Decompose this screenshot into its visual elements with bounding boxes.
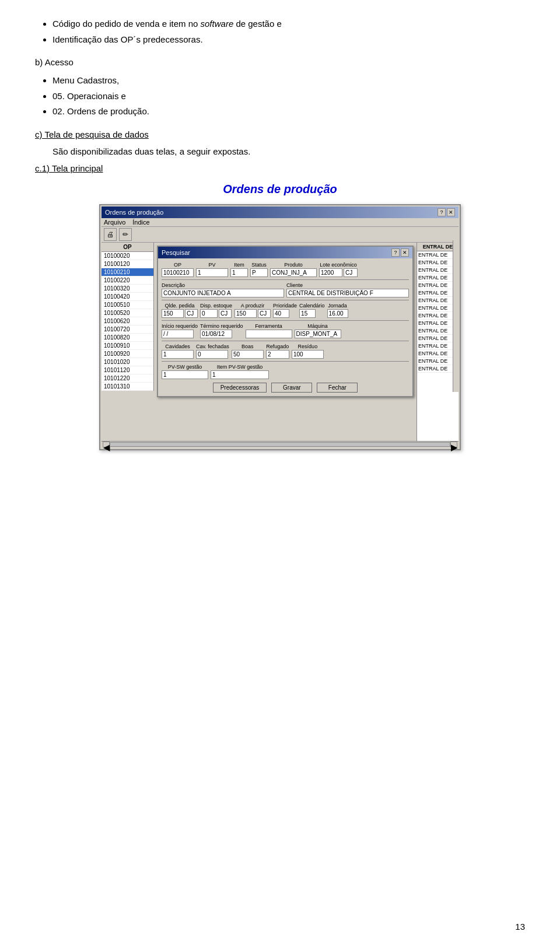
input-prod-qty[interactable] (235, 309, 257, 318)
menu-indice[interactable]: Índice (132, 219, 149, 226)
field-prioridade: Prioridade (273, 303, 297, 318)
field-qlde-pedida: Qlde. pedida (162, 303, 198, 318)
field-boas: Boas (232, 344, 264, 359)
list-item-15[interactable]: 10101220 (102, 374, 153, 383)
input-maquina[interactable] (295, 330, 341, 338)
field-produto: Produto (270, 262, 317, 277)
input-refugado[interactable] (266, 350, 289, 359)
input-calendario[interactable] (299, 309, 316, 318)
field-jornada: Jornada (327, 303, 348, 318)
pesquisar-dialog: Pesquisar ? ✕ (157, 246, 414, 397)
input-lote-qty[interactable] (319, 268, 342, 277)
list-item-14[interactable]: 10101120 (102, 366, 153, 374)
input-pv[interactable] (196, 268, 228, 277)
dialog-controls: ? ✕ (391, 248, 409, 257)
close-btn[interactable]: ✕ (447, 208, 455, 216)
field-cav-fechadas: Cav. fechadas (196, 344, 229, 359)
list-item-16[interactable]: 10101310 (102, 383, 153, 391)
qty-row: Qlde. pedida Disp. estoque (162, 303, 409, 318)
list-item-5[interactable]: 10100420 (102, 293, 153, 301)
input-cav-fechadas[interactable] (196, 350, 228, 359)
win-body: OP 10100020 10100120 10100210 10100220 1… (102, 243, 459, 441)
input-produto[interactable] (270, 268, 317, 277)
input-ferramenta[interactable] (246, 330, 292, 338)
dialog-close-btn[interactable]: ✕ (401, 248, 409, 257)
list-item-9[interactable]: 10100720 (102, 325, 153, 334)
field-item-pv-sw: Item PV-SW gestão (211, 364, 269, 379)
section-b-item-3: 02. Ordens de produção. (52, 105, 525, 118)
section-b-item-1: Menu Cadastros, (52, 74, 525, 87)
toolbar-edit-btn[interactable]: ✏ (119, 228, 132, 241)
predecessoras-button[interactable]: Predecessoras (213, 383, 267, 393)
section-c-sub-label: c.1) Tela principal (35, 163, 525, 173)
h-scrollbar[interactable]: ◀ ▶ (102, 441, 459, 448)
field-pv-sw: PV-SW gestão (162, 364, 208, 379)
page-number: 13 (515, 922, 525, 932)
dialog-titlebar: Pesquisar ? ✕ (158, 247, 412, 258)
input-status[interactable] (250, 268, 268, 277)
left-panel-container: OP 10100020 10100120 10100210 10100220 1… (102, 243, 154, 441)
left-panel: OP 10100020 10100120 10100210 10100220 1… (102, 243, 154, 391)
input-qlde-unit[interactable] (185, 309, 198, 318)
dialog-overlay: Pesquisar ? ✕ (154, 243, 416, 441)
input-disp-unit[interactable] (219, 309, 232, 318)
right-scrollbar[interactable] (453, 243, 459, 392)
section-c-description: São disponibilizadas duas telas, a segui… (52, 146, 525, 156)
menu-arquivo[interactable]: Arquivo (104, 219, 125, 226)
sw-row: PV-SW gestão Item PV-SW gestão (162, 364, 409, 379)
dialog-question-btn[interactable]: ? (391, 248, 400, 257)
list-item-3[interactable]: 10100220 (102, 276, 153, 285)
field-a-produzir: A produzir (235, 303, 271, 318)
input-termino[interactable] (200, 330, 232, 338)
list-item-8[interactable]: 10100620 (102, 317, 153, 325)
field-descricao: Descrição (162, 282, 284, 297)
field-cliente: Cliente (286, 282, 409, 297)
input-disp-qty[interactable] (200, 309, 218, 318)
input-item[interactable] (230, 268, 248, 277)
list-item-0[interactable]: 10100020 (102, 252, 153, 260)
input-item-pv-sw[interactable] (211, 370, 269, 379)
field-pv: PV (196, 262, 228, 277)
field-op: OP (162, 262, 194, 277)
fechar-button[interactable]: Fechar (317, 383, 358, 393)
field-status: Status (250, 262, 268, 277)
input-jornada[interactable] (327, 309, 348, 318)
input-prod-unit[interactable] (258, 309, 271, 318)
list-item-12[interactable]: 10100920 (102, 350, 153, 358)
list-item-4[interactable]: 10100320 (102, 285, 153, 293)
input-op[interactable] (162, 268, 194, 277)
button-row: Predecessoras Gravar Fechar (162, 383, 409, 393)
h-scroll-track[interactable] (110, 442, 450, 447)
input-descricao[interactable] (162, 289, 284, 297)
field-ferramenta: Ferramenta (246, 323, 292, 338)
gravar-button[interactable]: Gravar (271, 383, 312, 393)
input-pv-sw[interactable] (162, 370, 208, 379)
field-refugado: Refugado (266, 344, 289, 359)
field-lote: Lote econômico (319, 262, 358, 277)
list-item-13[interactable]: 10101020 (102, 358, 153, 366)
input-qlde-qty[interactable] (162, 309, 184, 318)
input-prioridade[interactable] (273, 309, 289, 318)
list-item-2[interactable]: 10100210 (102, 268, 153, 276)
list-item-1[interactable]: 10100120 (102, 260, 153, 268)
h-scroll-right[interactable]: ▶ (450, 442, 457, 447)
input-residuo[interactable] (292, 350, 324, 359)
req-row: Início requerido Término requerido Ferra… (162, 323, 409, 338)
software-italic: software (201, 19, 234, 29)
list-item-6[interactable]: 10100510 (102, 301, 153, 309)
input-cavidades[interactable] (162, 350, 194, 359)
input-inicio[interactable] (162, 330, 194, 338)
field-disp-estoque: Disp. estoque (200, 303, 232, 318)
h-scroll-left[interactable]: ◀ (103, 442, 110, 447)
list-item-11[interactable]: 10100910 (102, 342, 153, 350)
dialog-title: Pesquisar (162, 249, 190, 256)
main-content: Pesquisar ? ✕ (154, 243, 416, 441)
toolbar-print-btn[interactable]: 🖨 (104, 228, 117, 241)
input-boas[interactable] (232, 350, 264, 359)
intro-bullet-2: Identificação das OP´s predecessoras. (52, 33, 525, 47)
input-cliente[interactable] (286, 289, 409, 297)
question-btn[interactable]: ? (438, 208, 446, 216)
list-item-7[interactable]: 10100520 (102, 309, 153, 317)
input-lote-unit[interactable] (344, 268, 358, 277)
list-item-10[interactable]: 10100820 (102, 334, 153, 342)
